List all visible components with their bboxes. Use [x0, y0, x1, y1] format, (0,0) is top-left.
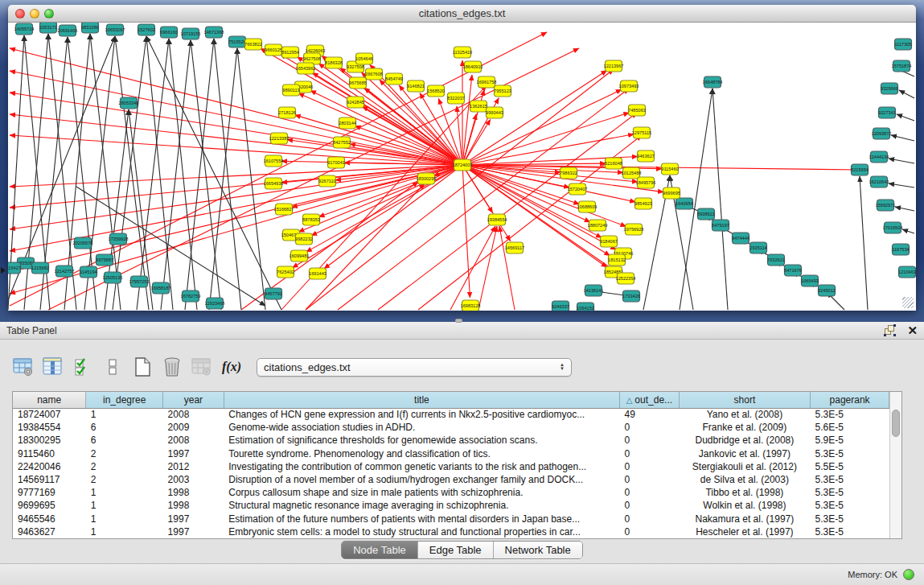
graph-node[interactable]: 2667608	[365, 68, 383, 80]
table-row[interactable]: 2242004622012Investigating the contribut…	[13, 460, 889, 473]
graph-node[interactable]: 28053346	[119, 97, 139, 109]
cell-pagerank[interactable]: 5.3E-5	[811, 408, 889, 421]
graph-node[interactable]: 9329966	[881, 83, 898, 94]
graph-node[interactable]: 18300295	[417, 173, 437, 184]
cell-in-degree[interactable]: 1	[86, 499, 163, 512]
cell-year[interactable]: 2003	[163, 473, 224, 486]
cell-in-degree[interactable]: 6	[86, 421, 163, 434]
table-scrollbar[interactable]	[889, 392, 901, 538]
cell-short[interactable]: Nakamura et al. (1997)	[679, 513, 810, 525]
column-header-out-de-[interactable]: △out_de...	[620, 392, 680, 408]
graph-node[interactable]: 17359928	[109, 233, 129, 245]
graph-node[interactable]: 10719155	[181, 28, 201, 39]
column-header-pagerank[interactable]: pagerank	[811, 392, 889, 408]
cell-year[interactable]: 1998	[163, 486, 224, 499]
graph-node[interactable]: 6216048	[605, 158, 622, 169]
graph-node[interactable]: 9170041	[327, 157, 345, 168]
graph-node[interactable]: 1210463	[898, 266, 916, 278]
graph-node[interactable]: 12444134	[869, 151, 889, 163]
cell-name[interactable]: 18724007	[13, 408, 86, 421]
graph-node[interactable]: 7625402	[277, 266, 294, 278]
graph-node[interactable]: 8471676	[784, 265, 802, 276]
graph-node[interactable]: 15751874	[892, 60, 912, 72]
graph-node[interactable]: 12923468	[205, 298, 225, 309]
graph-node[interactable]: 16961758	[477, 76, 497, 88]
cell-name[interactable]: 19384554	[13, 421, 86, 434]
cell-year[interactable]: 2012	[163, 460, 224, 473]
tab-edge-table[interactable]: Edge Table	[418, 542, 494, 558]
graph-node[interactable]: 16210643	[869, 176, 889, 187]
cell-pagerank[interactable]: 5.6E-5	[811, 421, 889, 434]
cell-title[interactable]: Investigating the contribution of common…	[224, 460, 619, 473]
graph-node[interactable]: 9115460	[661, 163, 678, 175]
graph-node[interactable]: 8912954	[281, 47, 299, 58]
cell-short[interactable]: Franke et al. (2009)	[679, 421, 810, 434]
graph-node[interactable]: 8454749	[385, 73, 403, 84]
cell-title[interactable]: Corpus callosum shape and size in male p…	[224, 486, 619, 499]
cell-short[interactable]: Wolkin et al. (1998)	[679, 499, 810, 512]
cell-pagerank[interactable]: 5.3E-5	[811, 447, 889, 460]
column-header-in-degree[interactable]: in_degree	[86, 392, 163, 408]
table-row[interactable]: 1872400712008Changes of HCN gene express…	[13, 408, 889, 421]
delete-table-icon[interactable]	[161, 356, 183, 378]
network-window-titlebar[interactable]: citations_edges.txt	[8, 5, 916, 23]
graph-node[interactable]: 9146821	[407, 80, 425, 92]
graph-node[interactable]: 9982232	[295, 233, 313, 245]
graph-node[interactable]: 6966160	[160, 27, 178, 38]
graph-node[interactable]: 16958187	[151, 282, 171, 294]
graph-node[interactable]: 19756928	[624, 224, 644, 235]
graph-node[interactable]: 9660125	[265, 44, 282, 56]
graph-node[interactable]: 6479197	[712, 220, 729, 231]
cell-pagerank[interactable]: 5.9E-5	[811, 434, 889, 447]
cell-out-de-[interactable]: 0	[620, 434, 680, 447]
graph-node[interactable]: 10973493	[619, 80, 639, 92]
column-header-short[interactable]: short	[679, 392, 810, 408]
graph-node[interactable]: 7663822	[244, 39, 262, 50]
graph-node[interactable]: 9246337	[552, 301, 569, 311]
cell-short[interactable]: Hescheler et al. (1997)	[679, 525, 810, 538]
new-table-icon[interactable]	[131, 356, 154, 378]
cell-in-degree[interactable]: 1	[86, 513, 163, 525]
graph-node[interactable]: 8215954	[851, 164, 869, 175]
cell-short[interactable]: Yano et al. (2008)	[679, 408, 810, 421]
split-handle[interactable]	[455, 319, 462, 323]
clear-selection-icon[interactable]	[101, 356, 124, 378]
graph-node[interactable]: 1094152	[577, 303, 594, 311]
graph-node[interactable]: 1145194	[80, 266, 97, 278]
graph-node[interactable]: 3315427	[8, 262, 21, 274]
graph-node[interactable]: 14055724	[14, 23, 35, 35]
graph-node[interactable]: 17957253	[129, 276, 150, 287]
graph-node[interactable]: 7485063	[628, 105, 646, 116]
graph-node[interactable]: 18724007	[453, 159, 473, 171]
tab-network-table[interactable]: Network Table	[494, 542, 582, 558]
cell-pagerank[interactable]: 5.3E-5	[811, 499, 889, 512]
cell-out-de-[interactable]: 0	[620, 499, 680, 512]
cell-out-de-[interactable]: 0	[620, 525, 680, 538]
graph-node[interactable]: 15720407	[568, 183, 588, 195]
minimize-button[interactable]	[30, 9, 39, 19]
table-row[interactable]: 1938455462009Genome-wide association stu…	[13, 421, 889, 434]
cell-out-de-[interactable]: 0	[620, 421, 680, 434]
graph-node[interactable]: 9975887	[96, 254, 113, 266]
cell-in-degree[interactable]: 1	[86, 486, 163, 499]
column-header-year[interactable]: year	[163, 392, 224, 408]
graph-node[interactable]: 9890113	[282, 84, 299, 96]
graph-node[interactable]: 8427552	[333, 137, 351, 148]
cell-year[interactable]: 1997	[163, 525, 224, 538]
table-row[interactable]: 946362711997Embryonic stem cells: a mode…	[13, 525, 889, 538]
cell-in-degree[interactable]: 2	[86, 447, 163, 460]
graph-node[interactable]: 1065493	[801, 275, 819, 286]
graph-node[interactable]: 9463627	[637, 150, 655, 162]
graph-node[interactable]: 12213383	[269, 133, 290, 144]
cell-title[interactable]: Changes of HCN gene expression and I(f) …	[224, 408, 619, 421]
graph-node[interactable]: 7632621	[767, 254, 785, 266]
graph-node[interactable]: 2718126	[278, 107, 296, 118]
cell-in-degree[interactable]: 1	[86, 525, 163, 538]
resize-grip[interactable]	[902, 297, 914, 308]
graph-node[interactable]: 14671368	[204, 27, 224, 38]
cell-in-degree[interactable]: 2	[86, 460, 163, 473]
graph-node[interactable]: 18495796	[636, 177, 656, 188]
cell-short[interactable]: Stergiakouli et al. (2012)	[679, 460, 810, 473]
table-row[interactable]: 1456911722003Disruption of a novel membe…	[13, 473, 889, 486]
graph-node[interactable]: 20206576	[73, 237, 93, 249]
